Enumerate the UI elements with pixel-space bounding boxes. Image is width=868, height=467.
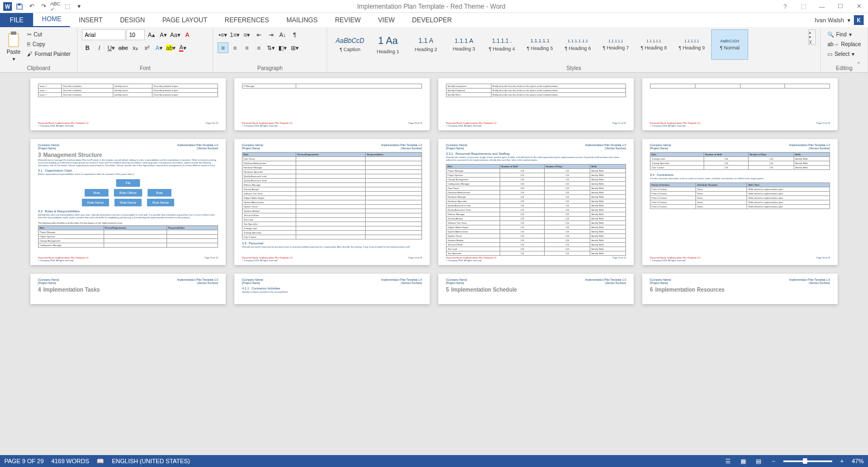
qat-customize[interactable]: ▾ <box>74 1 85 12</box>
format-painter-button[interactable]: 🖌 Format Painter <box>25 49 73 59</box>
style---heading-9[interactable]: 1.1.1.1.1¶ Heading 9 <box>673 29 710 60</box>
tab-insert[interactable]: INSERT <box>70 13 111 27</box>
document-page[interactable]: [Company Name][Project Name]Implementati… <box>438 139 634 265</box>
increase-indent-button[interactable]: ⇥ <box>265 29 276 40</box>
document-page[interactable]: Identify ComponentBriefly describe how t… <box>438 78 634 130</box>
borders-button[interactable]: ⊞▾ <box>289 42 300 53</box>
find-button[interactable]: 🔍 Find ▾ <box>825 29 853 39</box>
clear-format-button[interactable]: A <box>182 29 193 40</box>
document-page[interactable]: Document Name: Implementation Plan Templ… <box>642 78 838 130</box>
style---caption[interactable]: AaBbCcD¶ Caption <box>331 29 368 60</box>
decrease-indent-button[interactable]: ⇤ <box>253 29 264 40</box>
font-name-input[interactable] <box>82 29 125 40</box>
document-page[interactable]: IT ManagerDocument Name: Implementation … <box>234 78 430 130</box>
zoom-level[interactable]: 47% <box>852 458 864 464</box>
document-page[interactable]: [Company Name][Project Name]Implementati… <box>234 274 430 304</box>
tab-references[interactable]: REFERENCES <box>216 13 278 27</box>
web-layout-button[interactable]: ▤ <box>753 457 764 465</box>
text-effects-button[interactable]: A▾ <box>154 42 164 53</box>
ribbon-options-button[interactable]: ⬚ <box>796 1 810 12</box>
document-page[interactable]: [Company Name][Project Name]Implementati… <box>30 274 226 304</box>
read-mode-button[interactable]: ☰ <box>723 457 733 465</box>
multilevel-button[interactable]: ≡▾ <box>241 29 252 40</box>
document-page[interactable]: [Company Name][Project Name]Implementati… <box>642 139 838 265</box>
zoom-in-button[interactable]: + <box>837 457 847 465</box>
shrink-font-button[interactable]: A▾ <box>158 29 169 40</box>
grow-font-button[interactable]: A▴ <box>146 29 157 40</box>
style---heading-8[interactable]: 1.1.1.1.1¶ Heading 8 <box>635 29 672 60</box>
select-button[interactable]: ▭ Select ▾ <box>825 49 857 59</box>
proofing-icon[interactable]: 📖 <box>97 458 104 465</box>
statusbar: PAGE 9 OF 29 4169 WORDS 📖 ENGLISH (UNITE… <box>0 455 868 467</box>
copy-button[interactable]: ⎘ Copy <box>25 39 73 49</box>
shading-button[interactable]: ◧▾ <box>277 42 288 53</box>
tab-mailings[interactable]: MAILINGS <box>278 13 326 27</box>
align-right-button[interactable]: ≡ <box>241 42 252 53</box>
user-area[interactable]: Ivan Walsh ▾ K <box>810 13 868 27</box>
tab-home[interactable]: HOME <box>33 12 70 27</box>
cut-button[interactable]: ✂ Cut <box>25 29 73 39</box>
style---normal[interactable]: AaBbCcDd¶ Normal <box>711 29 748 60</box>
align-center-button[interactable]: ≡ <box>229 42 240 53</box>
styles-scroll[interactable]: ▴▾⊻ <box>808 29 816 45</box>
paste-button[interactable]: Paste▾ <box>4 29 23 64</box>
numbering-button[interactable]: 1≡▾ <box>229 29 240 40</box>
document-page[interactable]: [Company Name][Project Name]Implementati… <box>234 139 430 265</box>
justify-button[interactable]: ≡ <box>253 42 264 53</box>
window-controls: ? ⬚ — ☐ ✕ <box>778 1 866 12</box>
sort-button[interactable]: A↓ <box>277 29 288 40</box>
tab-review[interactable]: REVIEW <box>326 13 369 27</box>
superscript-button[interactable]: x² <box>142 42 152 53</box>
page-status[interactable]: PAGE 9 OF 29 <box>4 458 44 464</box>
align-left-button[interactable]: ≡ <box>218 42 228 53</box>
line-spacing-button[interactable]: ⇅▾ <box>265 42 276 53</box>
touch-mode-button[interactable]: ⬚ <box>62 1 73 12</box>
help-button[interactable]: ? <box>778 1 792 12</box>
document-page[interactable]: [Company Name][Project Name]Implementati… <box>438 274 634 304</box>
tab-design[interactable]: DESIGN <box>111 13 154 27</box>
highlight-button[interactable]: ab▾ <box>165 42 176 53</box>
bold-button[interactable]: B <box>82 42 93 53</box>
save-button[interactable] <box>14 1 25 12</box>
collapse-ribbon-button[interactable]: ˄ <box>857 61 866 70</box>
zoom-slider[interactable] <box>783 460 832 462</box>
underline-button[interactable]: U▾ <box>106 42 117 53</box>
document-page[interactable]: Issue #Describe resolutionIdentify owner… <box>30 78 226 130</box>
document-page[interactable]: [Company Name][Project Name]Implementati… <box>30 139 226 265</box>
styles-gallery[interactable]: AaBbCcD¶ Caption1 AaHeading 11.1 AHeadin… <box>331 29 806 60</box>
style---heading-4[interactable]: 1.1.1.1 .¶ Heading 4 <box>483 29 520 60</box>
style---heading-6[interactable]: 1.1.1.1.1.1¶ Heading 6 <box>559 29 596 60</box>
spelling-button[interactable]: ABC✓ <box>50 1 61 12</box>
word-count[interactable]: 4169 WORDS <box>52 458 90 464</box>
file-tab[interactable]: FILE <box>0 13 33 27</box>
close-button[interactable]: ✕ <box>852 1 866 12</box>
change-case-button[interactable]: Aa▾ <box>170 29 181 40</box>
style-heading-3[interactable]: 1.1.1 AHeading 3 <box>445 29 482 60</box>
tab-page-layout[interactable]: PAGE LAYOUT <box>154 13 216 27</box>
tab-developer[interactable]: DEVELOPER <box>403 13 460 27</box>
style-heading-2[interactable]: 1.1 AHeading 2 <box>407 29 444 60</box>
replace-label: Replace <box>841 41 861 47</box>
redo-button[interactable]: ↷ <box>38 1 49 12</box>
font-color-button[interactable]: A▾ <box>177 42 188 53</box>
style---heading-7[interactable]: 1.1.1.1.1¶ Heading 7 <box>597 29 634 60</box>
italic-button[interactable]: I <box>94 42 105 53</box>
svg-text:W: W <box>5 4 10 10</box>
strikethrough-button[interactable]: abc <box>118 42 129 53</box>
bullets-button[interactable]: •≡▾ <box>218 29 228 40</box>
font-size-input[interactable] <box>126 29 145 40</box>
maximize-button[interactable]: ☐ <box>833 1 847 12</box>
subscript-button[interactable]: x₂ <box>130 42 141 53</box>
document-workspace[interactable]: Issue #Describe resolutionIdentify owner… <box>0 73 868 455</box>
tab-view[interactable]: VIEW <box>369 13 404 27</box>
language-status[interactable]: ENGLISH (UNITED STATES) <box>112 458 190 464</box>
style---heading-5[interactable]: 1.1.1.1.1¶ Heading 5 <box>521 29 558 60</box>
minimize-button[interactable]: — <box>815 1 829 12</box>
undo-button[interactable]: ↶ <box>26 1 37 12</box>
show-marks-button[interactable]: ¶ <box>289 29 300 40</box>
print-layout-button[interactable]: ▦ <box>738 457 749 465</box>
style-heading-1[interactable]: 1 AaHeading 1 <box>369 29 406 60</box>
zoom-out-button[interactable]: − <box>768 457 779 465</box>
document-page[interactable]: [Company Name][Project Name]Implementati… <box>642 274 838 304</box>
replace-button[interactable]: ab→ Replace <box>825 39 863 49</box>
